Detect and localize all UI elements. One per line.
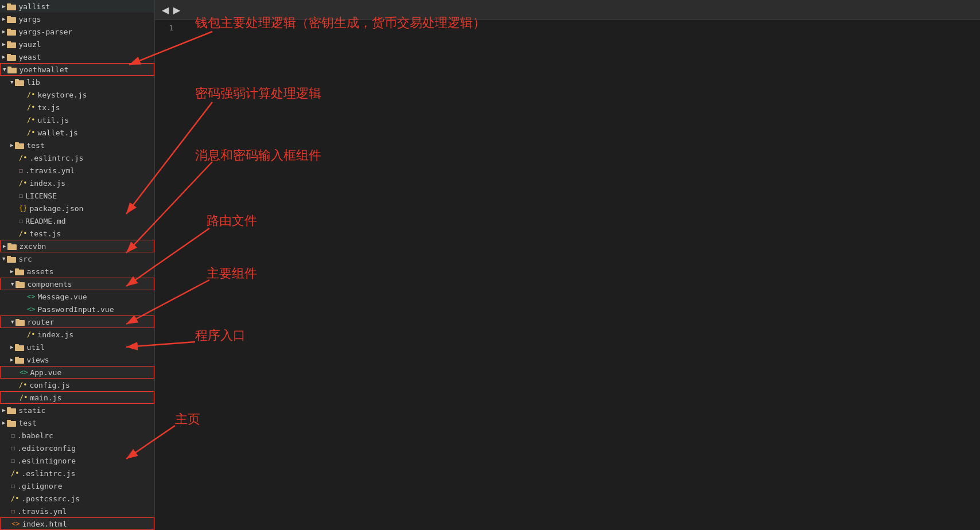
sidebar-item-README-md[interactable]: ☐README.md xyxy=(0,215,154,227)
sidebar-item-config-js[interactable]: /•config.js xyxy=(0,379,154,391)
sidebar-item-package-json[interactable]: {}package.json xyxy=(0,202,154,215)
folder-icon xyxy=(7,255,16,263)
navigate-forward-button[interactable]: ▶ xyxy=(171,3,182,17)
item-label: util.js xyxy=(37,116,69,124)
chevron-icon: ▼ xyxy=(11,319,14,325)
item-label: util xyxy=(26,343,44,352)
file-icon-js: /• xyxy=(19,179,29,187)
sidebar-item-eslintrc-js2[interactable]: /•.eslintrc.js xyxy=(0,467,154,480)
sidebar-item-keystore-js[interactable]: /•keystore.js xyxy=(0,88,154,101)
sidebar-item-main-js[interactable]: /•main.js xyxy=(0,391,154,404)
file-icon-yml: ☐ xyxy=(11,507,17,515)
annotation-ann7: 主页 xyxy=(175,411,200,428)
chevron-icon: ▶ xyxy=(2,420,5,426)
sidebar-item-index-html[interactable]: <>index.html xyxy=(0,517,154,530)
annotation-ann5: 主要组件 xyxy=(207,265,257,282)
svg-rect-9 xyxy=(7,54,11,56)
chevron-icon: ▶ xyxy=(2,54,5,60)
sidebar-item-views[interactable]: ▶views xyxy=(0,353,154,366)
sidebar-item-test[interactable]: ▶test xyxy=(0,139,154,151)
item-label: keystore.js xyxy=(37,91,87,99)
item-label: index.js xyxy=(29,179,65,188)
item-label: .editorconfig xyxy=(17,444,76,453)
sidebar-item-test-js[interactable]: /•test.js xyxy=(0,227,154,240)
item-label: .travis.yml xyxy=(17,507,67,516)
sidebar-item-App-vue[interactable]: <>App.vue xyxy=(0,366,154,379)
sidebar-item-editorconfig[interactable]: ☐.editorconfig xyxy=(0,442,154,454)
sidebar-item-router[interactable]: ▼router xyxy=(0,315,154,328)
chevron-icon: ▶ xyxy=(2,41,5,47)
file-icon-md: ☐ xyxy=(19,217,25,225)
sidebar-item-src[interactable]: ▼src xyxy=(0,252,154,265)
item-label: wallet.js xyxy=(37,128,77,137)
item-label: tx.js xyxy=(37,103,60,112)
annotation-ann2: 密码强弱计算处理逻辑 xyxy=(195,85,321,102)
svg-rect-23 xyxy=(15,281,20,283)
sidebar-item-yallist[interactable]: ▶yallist xyxy=(0,0,154,13)
item-label: package.json xyxy=(29,204,83,213)
file-icon-js: /• xyxy=(27,91,37,99)
sidebar-item-yargs-parser[interactable]: ▶yargs-parser xyxy=(0,25,154,38)
file-icon-config: ☐ xyxy=(11,431,17,439)
sidebar-item-eslintrc-js[interactable]: /•.eslintrc.js xyxy=(0,151,154,164)
item-label: src xyxy=(18,255,32,263)
file-icon-js: /• xyxy=(19,154,29,162)
sidebar-item-assets[interactable]: ▶assets xyxy=(0,265,154,278)
sidebar-item-PasswordInput-vue[interactable]: <>PasswordInput.vue xyxy=(0,303,154,315)
item-label: README.md xyxy=(25,217,65,225)
folder-icon xyxy=(15,142,24,149)
sidebar-item-eslintignore[interactable]: ☐.eslintignore xyxy=(0,454,154,467)
file-icon-html: <> xyxy=(11,520,22,528)
sidebar-item-LICENSE[interactable]: ☐LICENSE xyxy=(0,189,154,202)
sidebar-item-tx-js[interactable]: /•tx.js xyxy=(0,101,154,114)
item-label: yeast xyxy=(18,53,41,61)
annotation-ann6: 程序入口 xyxy=(195,327,246,344)
sidebar-item-travis-yml2[interactable]: ☐.travis.yml xyxy=(0,505,154,517)
sidebar-item-yeast[interactable]: ▶yeast xyxy=(0,50,154,63)
sidebar-item-lib[interactable]: ▼lib xyxy=(0,76,154,88)
sidebar-item-Message-vue[interactable]: <>Message.vue xyxy=(0,290,154,303)
svg-rect-13 xyxy=(15,79,19,81)
sidebar-item-yargs[interactable]: ▶yargs xyxy=(0,13,154,25)
item-label: config.js xyxy=(29,381,69,389)
sidebar-item-index-js[interactable]: /•index.js xyxy=(0,177,154,189)
sidebar-item-test2[interactable]: ▶test xyxy=(0,416,154,429)
item-label: index.js xyxy=(37,330,73,339)
folder-icon xyxy=(7,3,16,10)
item-label: PasswordInput.vue xyxy=(37,305,114,314)
folder-icon xyxy=(15,280,25,288)
file-icon-license: ☐ xyxy=(19,192,25,200)
sidebar-item-util-js[interactable]: /•util.js xyxy=(0,114,154,126)
folder-icon xyxy=(15,79,24,86)
file-icon-vue: <> xyxy=(20,368,30,376)
folder-icon xyxy=(7,407,16,414)
sidebar-item-travis-yml[interactable]: ☐.travis.yml xyxy=(0,164,154,177)
sidebar-item-babelrc[interactable]: ☐.babelrc xyxy=(0,429,154,442)
svg-rect-11 xyxy=(7,67,11,69)
file-icon-vue: <> xyxy=(27,293,37,301)
sidebar-item-gitignore[interactable]: ☐.gitignore xyxy=(0,480,154,492)
item-label: .eslintrc.js xyxy=(21,469,75,478)
item-label: assets xyxy=(26,267,53,276)
item-label: zxcvbn xyxy=(19,242,46,251)
svg-rect-17 xyxy=(7,243,11,245)
folder-icon xyxy=(7,53,16,61)
sidebar-item-yoethwallet[interactable]: ▼yoethwallet xyxy=(0,63,154,76)
item-label: test xyxy=(26,141,44,150)
file-icon-js: /• xyxy=(20,393,30,402)
sidebar-item-wallet-js[interactable]: /•wallet.js xyxy=(0,126,154,139)
file-icon-js: /• xyxy=(19,381,29,389)
sidebar-item-yauzl[interactable]: ▶yauzl xyxy=(0,38,154,50)
navigate-back-button[interactable]: ◀ xyxy=(160,3,171,17)
item-label: router xyxy=(27,318,54,326)
sidebar-item-util[interactable]: ▶util xyxy=(0,341,154,353)
sidebar-item-zxcvbn[interactable]: ▶zxcvbn xyxy=(0,240,154,252)
file-explorer: ▶yallist▶yargs▶yargs-parser▶yauzl▶yeast▼… xyxy=(0,0,155,530)
sidebar-item-components[interactable]: ▼components xyxy=(0,278,154,290)
sidebar-item-postcssrc-js[interactable]: /•.postcssrc.js xyxy=(0,492,154,505)
sidebar-item-static[interactable]: ▶static xyxy=(0,404,154,416)
item-label: index.html xyxy=(22,520,67,528)
item-label: main.js xyxy=(30,393,61,402)
item-label: yallist xyxy=(18,2,50,11)
sidebar-item-router-index-js[interactable]: /•index.js xyxy=(0,328,154,341)
